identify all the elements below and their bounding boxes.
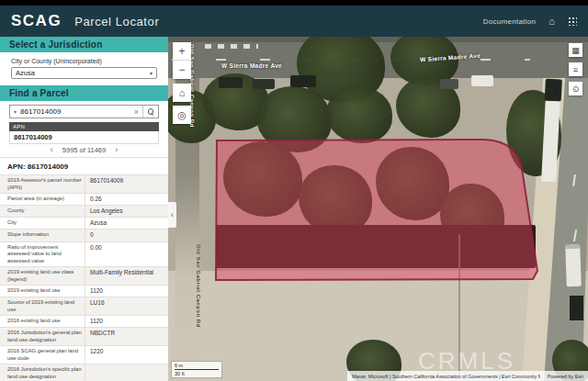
- find-parcel-section-header: Find a Parcel: [0, 85, 168, 101]
- legend-button[interactable]: ≡: [569, 62, 582, 76]
- parked-van: [471, 75, 493, 86]
- result-column-header: APN: [9, 122, 159, 131]
- table-row: 2019 existing land use class (legend)Mul…: [0, 266, 168, 285]
- basemap-gallery-button[interactable]: ▦: [569, 43, 582, 57]
- crosswalk-markings: [205, 44, 258, 49]
- parked-car: [290, 75, 316, 87]
- row-label: 2019 Assessor's parcel number (APN): [0, 175, 85, 193]
- row-label: 2016 SCAG general plan land use code: [0, 346, 85, 364]
- result-pagination: ‹ 5995 of 11469 ›: [0, 144, 168, 156]
- scale-metric: 6 m: [175, 363, 219, 370]
- row-value: 1120: [85, 316, 168, 327]
- row-value: Azusa: [85, 218, 168, 229]
- row-label: Ratio of improvement assessed value to l…: [0, 242, 85, 267]
- screenshot-button[interactable]: ⊙: [569, 82, 582, 95]
- parcel-search-input[interactable]: [20, 107, 130, 116]
- map-attribution: Maxar, Microsoft | Southern California A…: [347, 371, 588, 381]
- next-page-button[interactable]: ›: [115, 146, 118, 154]
- jurisdiction-field-label: City or County (Unincorporated): [11, 58, 157, 64]
- parcel-search-combo: ▾ ×: [9, 105, 159, 118]
- row-label: County: [0, 206, 85, 217]
- row-value: [85, 364, 168, 381]
- table-row: 2019 existing land use1120: [0, 285, 168, 297]
- home-extent-button[interactable]: ⌂: [173, 84, 191, 102]
- pagination-position: 5995 of 11469: [62, 146, 106, 154]
- search-result-row[interactable]: 8617014009: [9, 131, 159, 144]
- parcel-search-form: ▾ ×: [0, 101, 168, 121]
- app-header: SCAG Parcel Locator Documentation ⌂: [0, 6, 588, 37]
- row-label: 2019 existing land use: [0, 286, 85, 297]
- powered-by-esri: Powered by Esri: [548, 374, 583, 379]
- zoom-out-button[interactable]: −: [173, 61, 191, 79]
- row-label: 2016 Jurisdiction's general plan land us…: [0, 328, 85, 345]
- documentation-link[interactable]: Documentation: [483, 17, 537, 26]
- row-value: 1120: [85, 286, 168, 297]
- table-row: Source of 2019 existing land useLU16: [0, 297, 168, 315]
- tree-canopy: [223, 141, 302, 217]
- table-row: Ratio of improvement assessed value to l…: [0, 241, 168, 267]
- attribution-text: Maxar, Microsoft | Southern California A…: [352, 374, 540, 379]
- table-row: 2016 SCAG general plan land use code1220: [0, 345, 168, 364]
- table-row: 2016 Jurisdiction's specific plan land u…: [0, 364, 168, 381]
- jurisdiction-select[interactable]: Azusa ▾: [11, 67, 157, 79]
- row-value: Multi-Family Residential: [85, 267, 168, 285]
- row-label: Parcel area (in acreage): [0, 194, 85, 205]
- page-title: Parcel Locator: [74, 15, 159, 28]
- truck-cab: [545, 79, 562, 102]
- row-value: 0.00: [85, 242, 168, 267]
- table-row: Slope information0: [0, 229, 168, 241]
- locate-button[interactable]: ◎: [173, 106, 191, 124]
- table-row: 2016 existing land use1120: [0, 315, 168, 327]
- parked-car: [253, 79, 275, 89]
- scag-logo: SCAG: [11, 12, 62, 30]
- sidebar-collapse-button[interactable]: ‹: [168, 202, 176, 228]
- jurisdiction-selected-value: Azusa: [16, 69, 35, 77]
- row-label: Source of 2019 existing land use: [0, 297, 85, 315]
- building-roof: [216, 225, 536, 268]
- search-icon: [148, 108, 154, 115]
- table-row: CountyLos Angeles: [0, 205, 168, 217]
- parked-car: [440, 79, 458, 89]
- parcel-details-title: APN: 8617014009: [0, 158, 168, 174]
- chevron-down-icon: ▾: [150, 70, 153, 76]
- row-value: LU16: [85, 297, 168, 315]
- tree-canopy: [376, 147, 449, 220]
- row-value: Los Angeles: [85, 206, 168, 217]
- parcel-locator-app: SCAG Parcel Locator Documentation ⌂ Sele…: [0, 0, 588, 381]
- satellite-map[interactable]: W Sierra Madre Ave W Sierra Madre Ave Ol…: [168, 37, 588, 381]
- clear-search-icon[interactable]: ×: [130, 107, 142, 117]
- parked-car: [219, 77, 243, 88]
- apps-grid-icon[interactable]: [568, 17, 577, 26]
- row-label: 2016 Jurisdiction's specific plan land u…: [0, 364, 85, 381]
- row-value: 1220: [85, 346, 168, 364]
- truck-trailer: [541, 101, 560, 183]
- row-value: 0.26: [85, 194, 168, 205]
- home-icon[interactable]: ⌂: [548, 17, 555, 27]
- jurisdiction-form: City or County (Unincorporated) Azusa ▾: [0, 52, 168, 85]
- search-button[interactable]: [142, 106, 158, 118]
- header-actions: Documentation ⌂: [483, 17, 577, 27]
- scale-bar: 6 m 30 ft: [171, 361, 222, 378]
- row-value: NBDCTR: [85, 328, 168, 345]
- street-label-sierra-madre: W Sierra Madre Ave: [221, 62, 282, 69]
- table-row: CityAzusa: [0, 217, 168, 229]
- parked-car: [570, 296, 583, 320]
- row-label: Slope information: [0, 230, 85, 241]
- parked-rv: [565, 244, 582, 287]
- scale-imperial: 30 ft: [175, 370, 219, 376]
- parcel-details-table: 2019 Assessor's parcel number (APN)86170…: [0, 174, 168, 381]
- table-row: 2019 Assessor's parcel number (APN)86170…: [0, 174, 168, 193]
- row-label: City: [0, 218, 85, 229]
- row-value: 8617014009: [85, 175, 168, 193]
- search-source-chevron-icon[interactable]: ▾: [10, 108, 20, 115]
- previous-page-button[interactable]: ‹: [51, 146, 53, 154]
- row-value: 0: [85, 230, 168, 241]
- row-label: 2019 existing land use class (legend): [0, 267, 85, 285]
- jurisdiction-section-header: Select a Jurisdiction: [0, 37, 168, 52]
- zoom-in-button[interactable]: +: [173, 42, 191, 61]
- table-row: Parcel area (in acreage)0.26: [0, 193, 168, 205]
- street-label-canyon-rd: Old San Gabriel Canyon Rd: [196, 244, 201, 328]
- tree-canopy: [326, 86, 392, 143]
- table-row: 2016 Jurisdiction's general plan land us…: [0, 327, 168, 345]
- row-label: 2016 existing land use: [0, 316, 85, 327]
